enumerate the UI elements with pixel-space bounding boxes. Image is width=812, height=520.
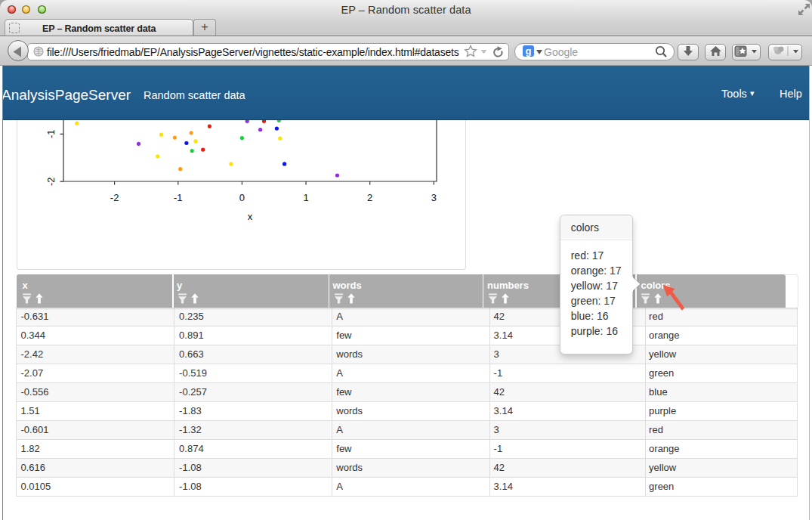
svg-text:-2: -2: [110, 192, 119, 203]
svg-text:2: 2: [367, 192, 372, 203]
svg-text:1: 1: [303, 192, 308, 203]
svg-text:-1: -1: [46, 130, 57, 139]
svg-text:-2: -2: [46, 177, 57, 186]
svg-text:x: x: [248, 211, 253, 222]
svg-text:0: 0: [239, 192, 245, 203]
svg-text:3: 3: [431, 192, 437, 203]
svg-text:-1: -1: [174, 192, 183, 203]
